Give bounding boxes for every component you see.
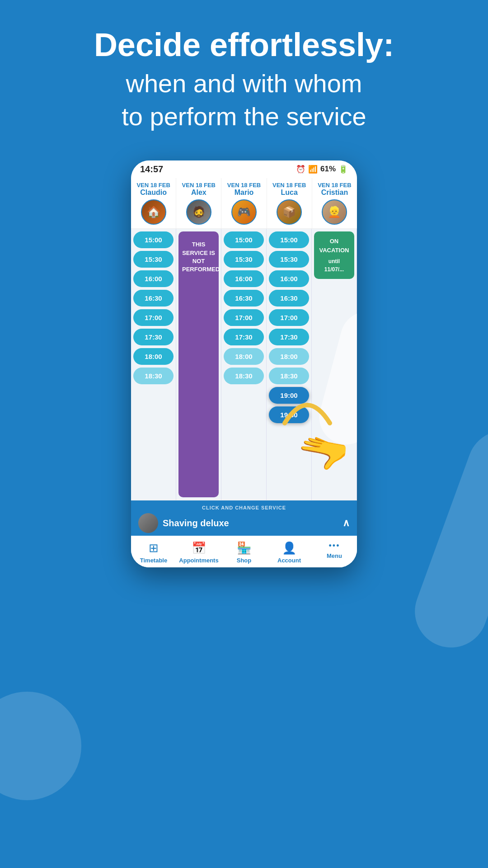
battery-icon: 🔋 bbox=[338, 165, 348, 174]
vacation-until: until bbox=[317, 257, 352, 265]
avatar-cristian: 👱 bbox=[322, 199, 347, 225]
account-label: Account bbox=[277, 557, 301, 564]
avatar-mario: 🎮 bbox=[231, 199, 257, 225]
slot-claudio-1630[interactable]: 16:30 bbox=[133, 290, 174, 307]
slot-luca-1900[interactable]: 19:00 bbox=[269, 387, 309, 404]
staff-name-cristian: Cristian bbox=[314, 189, 355, 197]
menu-icon: ••• bbox=[329, 541, 340, 551]
staff-col-cristian[interactable]: VEN 18 FEB Cristian 👱 bbox=[312, 178, 357, 229]
appointments-label: Appointments bbox=[179, 557, 218, 564]
slot-luca-1930[interactable]: 19:30 bbox=[269, 406, 309, 423]
nav-item-shop[interactable]: 🏪 Shop bbox=[221, 539, 267, 566]
vacation-text: ON VACATION bbox=[317, 237, 352, 255]
slot-claudio-1730[interactable]: 17:30 bbox=[133, 329, 174, 345]
slot-mario-1700[interactable]: 17:00 bbox=[224, 309, 264, 326]
slot-claudio-1600[interactable]: 16:00 bbox=[133, 270, 174, 287]
status-time: 14:57 bbox=[140, 164, 163, 175]
avatar-claudio: 🏠 bbox=[141, 199, 166, 225]
slot-luca-1730[interactable]: 17:30 bbox=[269, 329, 309, 345]
slot-claudio-1830[interactable]: 18:30 bbox=[133, 368, 174, 384]
bottom-bar: CLICK AND CHANGE SERVICE Shaving deluxe … bbox=[131, 500, 357, 567]
slot-claudio-1800[interactable]: 18:00 bbox=[133, 348, 174, 365]
vacation-badge: ON VACATION until 11/07/... bbox=[314, 231, 354, 279]
status-icons: ⏰ 📶 61% 🔋 bbox=[296, 165, 348, 174]
staff-header: VEN 18 FEB Claudio 🏠 VEN 18 FEB Alex 🧔 V… bbox=[131, 178, 357, 229]
slot-luca-1800[interactable]: 18:00 bbox=[269, 348, 309, 365]
staff-name-mario: Mario bbox=[223, 189, 264, 197]
staff-col-claudio[interactable]: VEN 18 FEB Claudio 🏠 bbox=[131, 178, 176, 229]
schedule-col-mario: 15:00 15:30 16:00 16:30 17:00 17:30 18:0… bbox=[221, 229, 267, 500]
signal-icon: 📶 bbox=[308, 165, 318, 174]
slot-luca-1600[interactable]: 16:00 bbox=[269, 270, 309, 287]
hero-title: Decide effortlessly: bbox=[36, 27, 452, 63]
timetable-label: Timetable bbox=[140, 557, 167, 564]
staff-col-luca[interactable]: VEN 18 FEB Luca 📦 bbox=[267, 178, 312, 229]
staff-name-luca: Luca bbox=[269, 189, 310, 197]
chevron-up-icon[interactable]: ∧ bbox=[343, 517, 350, 529]
slot-mario-1830[interactable]: 18:30 bbox=[224, 368, 264, 384]
menu-label: Menu bbox=[327, 552, 342, 559]
staff-name-claudio: Claudio bbox=[133, 189, 174, 197]
hero-subtitle: when and with whomto perform the service bbox=[36, 67, 452, 133]
alarm-icon: ⏰ bbox=[296, 165, 305, 174]
click-change-label: CLICK AND CHANGE SERVICE bbox=[138, 505, 350, 510]
staff-name-alex: Alex bbox=[178, 189, 219, 197]
battery-text: 61% bbox=[320, 165, 336, 174]
staff-date-claudio: VEN 18 FEB bbox=[133, 182, 174, 189]
slot-claudio-1530[interactable]: 15:30 bbox=[133, 251, 174, 268]
shop-label: Shop bbox=[237, 557, 252, 564]
staff-date-alex: VEN 18 FEB bbox=[178, 182, 219, 189]
staff-date-luca: VEN 18 FEB bbox=[269, 182, 310, 189]
slot-mario-1730[interactable]: 17:30 bbox=[224, 329, 264, 345]
service-thumb-image bbox=[138, 513, 158, 533]
timetable-icon: ⊞ bbox=[149, 541, 159, 555]
nav-bar: ⊞ Timetable 📅 Appointments 🏪 Shop 👤 Acco… bbox=[131, 536, 357, 567]
slot-luca-1830[interactable]: 18:30 bbox=[269, 368, 309, 384]
nav-item-appointments[interactable]: 📅 Appointments bbox=[176, 539, 221, 566]
slot-luca-1530[interactable]: 15:30 bbox=[269, 251, 309, 268]
slot-mario-1530[interactable]: 15:30 bbox=[224, 251, 264, 268]
deco-circle bbox=[0, 692, 81, 800]
schedule-grid: 15:00 15:30 16:00 16:30 17:00 17:30 18:0… bbox=[131, 229, 357, 500]
nav-item-timetable[interactable]: ⊞ Timetable bbox=[131, 539, 176, 566]
shop-icon: 🏪 bbox=[237, 541, 251, 555]
phone-mockup: 14:57 ⏰ 📶 61% 🔋 VEN 18 FEB Claudio 🏠 VEN… bbox=[0, 160, 488, 568]
phone-frame: 14:57 ⏰ 📶 61% 🔋 VEN 18 FEB Claudio 🏠 VEN… bbox=[131, 160, 357, 568]
service-row: Shaving deluxe ∧ bbox=[138, 513, 350, 533]
staff-col-mario[interactable]: VEN 18 FEB Mario 🎮 bbox=[221, 178, 267, 229]
status-bar: 14:57 ⏰ 📶 61% 🔋 bbox=[131, 160, 357, 178]
slot-claudio-1700[interactable]: 17:00 bbox=[133, 309, 174, 326]
staff-col-alex[interactable]: VEN 18 FEB Alex 🧔 bbox=[176, 178, 221, 229]
service-bar[interactable]: CLICK AND CHANGE SERVICE Shaving deluxe … bbox=[131, 500, 357, 536]
schedule-col-luca: 15:00 15:30 16:00 16:30 17:00 17:30 18:0… bbox=[267, 229, 312, 500]
hero-section: Decide effortlessly: when and with whomt… bbox=[0, 0, 488, 151]
slot-mario-1800[interactable]: 18:00 bbox=[224, 348, 264, 365]
service-bar-inner: CLICK AND CHANGE SERVICE Shaving deluxe … bbox=[138, 505, 350, 533]
staff-date-cristian: VEN 18 FEB bbox=[314, 182, 355, 189]
schedule-col-alex: THIS SERVICE IS NOT PERFORMED bbox=[176, 229, 221, 500]
slot-claudio-1500[interactable]: 15:00 bbox=[133, 231, 174, 248]
service-thumbnail bbox=[138, 513, 158, 533]
appointments-icon: 📅 bbox=[192, 541, 206, 555]
nav-item-account[interactable]: 👤 Account bbox=[267, 539, 312, 566]
avatar-luca: 📦 bbox=[277, 199, 302, 225]
slot-luca-1700[interactable]: 17:00 bbox=[269, 309, 309, 326]
avatar-alex: 🧔 bbox=[186, 199, 211, 225]
schedule-col-claudio: 15:00 15:30 16:00 16:30 17:00 17:30 18:0… bbox=[131, 229, 176, 500]
staff-date-mario: VEN 18 FEB bbox=[223, 182, 264, 189]
account-icon: 👤 bbox=[282, 541, 296, 555]
vacation-date: 11/07/... bbox=[317, 265, 352, 274]
slot-luca-1630[interactable]: 16:30 bbox=[269, 290, 309, 307]
service-name-label: Shaving deluxe bbox=[163, 518, 338, 528]
not-performed-badge: THIS SERVICE IS NOT PERFORMED bbox=[178, 231, 219, 497]
slot-mario-1600[interactable]: 16:00 bbox=[224, 270, 264, 287]
nav-item-menu[interactable]: ••• Menu bbox=[312, 539, 357, 566]
slot-mario-1500[interactable]: 15:00 bbox=[224, 231, 264, 248]
slot-luca-1500[interactable]: 15:00 bbox=[269, 231, 309, 248]
slot-mario-1630[interactable]: 16:30 bbox=[224, 290, 264, 307]
